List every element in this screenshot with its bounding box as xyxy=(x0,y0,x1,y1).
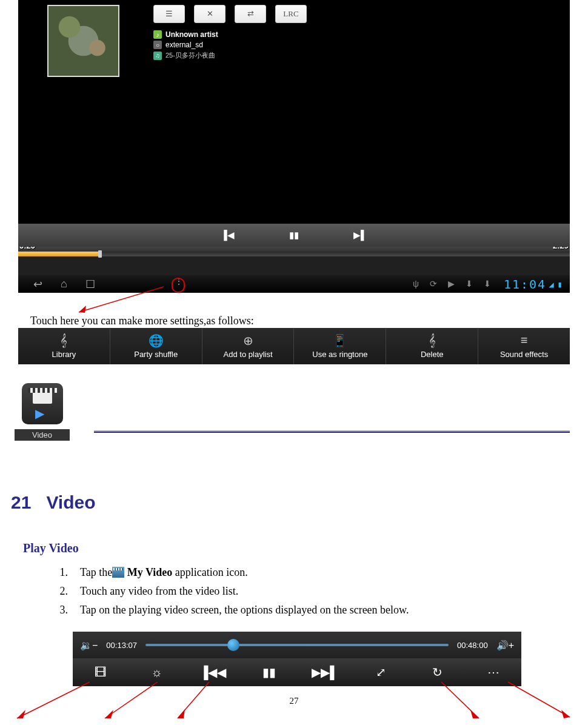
progress-thumb[interactable] xyxy=(98,250,102,258)
repeat-button[interactable]: ⇄ xyxy=(235,5,266,23)
party-shuffle-label: Party shuffle xyxy=(134,350,178,359)
arrow-to-menu xyxy=(73,284,170,317)
section-divider xyxy=(94,430,570,433)
svg-marker-5 xyxy=(105,710,113,718)
video-icon-label: Video xyxy=(15,429,70,441)
download-icon-2: ⬇ xyxy=(484,279,491,289)
sync-icon: ⟳ xyxy=(430,279,437,289)
track-title: 25-贝多芬小夜曲 xyxy=(165,51,215,60)
home-nav-icon[interactable]: ⌂ xyxy=(61,278,67,291)
lrc-button[interactable]: LRC xyxy=(275,5,307,23)
usb-icon: ψ xyxy=(413,279,419,289)
video-list-button[interactable]: 🎞 xyxy=(82,666,119,680)
video-previous-button[interactable]: ▐◀◀ xyxy=(195,665,231,680)
fullscreen-button[interactable]: ⤢ xyxy=(363,665,399,680)
use-as-ringtone-label: Use as ringtone xyxy=(312,350,367,359)
svg-line-0 xyxy=(79,287,164,312)
ringtone-icon: 📱 xyxy=(332,334,347,347)
download-icon-1: ⬇ xyxy=(466,279,473,289)
video-controls-screenshot: 🔉− 00:13:07 00:48:00 🔊+ 🎞 ☼ ▐◀◀ ▮▮ ▶▶▌ ⤢… xyxy=(73,632,521,686)
step3-text: Tap on the playing video screen, the opt… xyxy=(80,604,409,616)
settings-caption: Touch here you can make more settings,as… xyxy=(30,315,254,327)
player-main-area: ☰ ✕ ⇄ LRC ♪Unknown artist ○external_sd ♫… xyxy=(18,0,570,241)
rotate-button[interactable]: ↻ xyxy=(419,665,455,680)
artist-icon: ♪ xyxy=(153,30,162,39)
video-icon-image xyxy=(22,383,63,424)
track-icon: ♫ xyxy=(153,52,162,60)
progress-track[interactable] xyxy=(18,252,570,256)
video-pause-button[interactable]: ▮▮ xyxy=(251,665,287,680)
clock-time: 11:04 xyxy=(504,277,546,292)
next-button[interactable]: ▶▌ xyxy=(353,230,367,241)
my-video-inline-icon xyxy=(112,567,124,578)
status-icons: ψ ⟳ ▶ ⬇ ⬇ xyxy=(413,279,491,289)
step-1: 1. Tap the My Video application icon. xyxy=(55,566,558,579)
album-art xyxy=(47,5,119,77)
svg-marker-11 xyxy=(561,710,570,718)
video-seek-bar: 🔉− 00:13:07 00:48:00 🔊+ xyxy=(73,632,521,658)
track-metadata: ♪Unknown artist ○external_sd ♫25-贝多芬小夜曲 xyxy=(153,30,218,62)
video-progress-track[interactable] xyxy=(145,644,449,646)
step-number: 3. xyxy=(55,604,68,616)
storage-icon: ○ xyxy=(153,41,162,49)
volume-up-icon[interactable]: 🔊+ xyxy=(496,640,514,651)
video-app-icon: Video xyxy=(15,383,70,441)
instruction-steps: 1. Tap the My Video application icon. 2.… xyxy=(55,566,558,623)
add-to-playlist-option[interactable]: ⊕Add to playlist xyxy=(202,328,294,364)
shuffle-button[interactable]: ✕ xyxy=(194,5,226,23)
sound-effects-icon: ≡ xyxy=(521,334,528,347)
step2-text: Touch any video from the video list. xyxy=(80,585,238,598)
player-top-buttons: ☰ ✕ ⇄ LRC xyxy=(153,5,307,23)
video-total-time: 00:48:00 xyxy=(457,641,488,650)
wifi-icon: ◢ xyxy=(549,279,555,289)
volume-down-icon[interactable]: 🔉− xyxy=(80,640,98,651)
sub-heading: Play Video xyxy=(23,541,79,555)
video-progress-thumb[interactable] xyxy=(227,639,239,651)
battery-icon: ▮ xyxy=(558,279,564,289)
system-clock: 11:04 ◢ ▮ xyxy=(504,277,564,292)
menu-highlight-circle xyxy=(172,278,185,293)
add-to-playlist-label: Add to playlist xyxy=(224,350,273,359)
svg-marker-9 xyxy=(470,710,479,718)
previous-button[interactable]: ▐◀ xyxy=(221,230,235,241)
brightness-button[interactable]: ☼ xyxy=(139,666,175,680)
music-player-screenshot: ☰ ✕ ⇄ LRC ♪Unknown artist ○external_sd ♫… xyxy=(18,0,570,293)
step1-text-c: application icon. xyxy=(175,566,248,578)
delete-label: Delete xyxy=(421,350,444,359)
sound-effects-option[interactable]: ≡Sound effects xyxy=(478,328,570,364)
video-current-time: 00:13:07 xyxy=(106,641,137,650)
playback-controls: ▐◀ ▮▮ ▶▌ xyxy=(18,224,570,247)
delete-option[interactable]: 𝄞Delete xyxy=(386,328,478,364)
storage-label: external_sd xyxy=(165,41,203,49)
library-label: Library xyxy=(52,350,76,359)
library-option[interactable]: 𝄞Library xyxy=(18,328,110,364)
section-number: 21 xyxy=(11,492,31,512)
back-nav-icon[interactable]: ↩ xyxy=(33,278,42,291)
progress-fill xyxy=(18,252,98,256)
page-number: 27 xyxy=(0,696,588,706)
party-shuffle-icon: 🌐 xyxy=(149,334,164,347)
more-options-button[interactable]: ⋯ xyxy=(475,665,512,680)
video-next-button[interactable]: ▶▶▌ xyxy=(307,665,343,680)
pause-button[interactable]: ▮▮ xyxy=(289,230,299,241)
add-icon: ⊕ xyxy=(243,334,253,347)
party-shuffle-option[interactable]: 🌐Party shuffle xyxy=(110,328,202,364)
step-3: 3. Tap on the playing video screen, the … xyxy=(55,604,558,616)
step1-bold: My Video xyxy=(127,566,173,578)
library-icon: 𝄞 xyxy=(60,334,67,347)
sound-effects-label: Sound effects xyxy=(500,350,548,359)
delete-icon: 𝄞 xyxy=(429,334,436,347)
svg-marker-3 xyxy=(17,710,25,718)
playlist-mode-button[interactable]: ☰ xyxy=(153,5,185,23)
section-heading: 21 Video xyxy=(11,492,96,513)
step-number: 2. xyxy=(55,585,68,598)
section-title: Video xyxy=(46,492,95,512)
music-options-menu: 𝄞Library 🌐Party shuffle ⊕Add to playlist… xyxy=(18,328,570,364)
svg-marker-1 xyxy=(79,306,86,313)
step-2: 2. Touch any video from the video list. xyxy=(55,585,558,598)
artist-name: Unknown artist xyxy=(165,30,218,39)
use-as-ringtone-option[interactable]: 📱Use as ringtone xyxy=(293,328,386,364)
step-number: 1. xyxy=(55,566,68,579)
play-status-icon: ▶ xyxy=(448,279,455,289)
step1-text-a: Tap the xyxy=(80,566,112,578)
